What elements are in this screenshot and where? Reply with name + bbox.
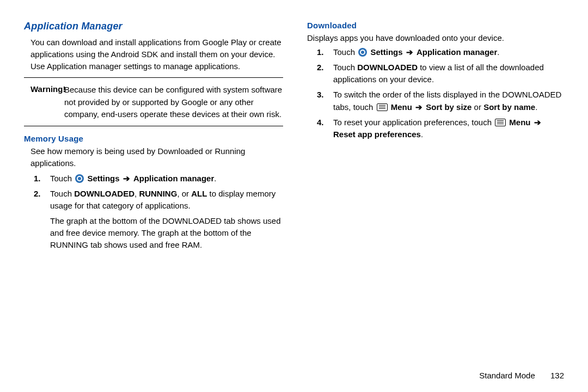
- heading-downloaded: Downloaded: [307, 21, 566, 30]
- sort-by-size: Sort by size: [426, 102, 471, 112]
- left-column: Application Manager You can download and…: [24, 21, 283, 252]
- warning-box: Warning! Because this device can be conf…: [24, 77, 283, 126]
- settings-icon: [358, 48, 367, 57]
- period: .: [497, 47, 499, 57]
- footer-page-number: 132: [550, 371, 564, 380]
- period: .: [535, 102, 537, 112]
- footer-mode: Standard Mode: [479, 371, 535, 380]
- app-manager-intro: You can download and install application…: [24, 36, 283, 72]
- downloaded-steps: Touch Settings ➔ Application manager. To…: [307, 46, 566, 140]
- step-text: Touch: [333, 47, 355, 57]
- right-column: Downloaded Displays apps you have downlo…: [307, 21, 566, 252]
- reset-app-prefs: Reset app preferences: [333, 130, 421, 139]
- downloaded-intro: Displays apps you have downloaded onto y…: [307, 32, 566, 44]
- menu-label: Menu: [391, 102, 412, 112]
- period: .: [421, 130, 423, 139]
- step2-pre: Touch: [333, 63, 357, 72]
- step2-downloaded: DOWNLOADED: [74, 189, 134, 198]
- memory-steps: Touch Settings ➔ Application manager. To…: [24, 173, 283, 212]
- step2-running: RUNNING: [139, 189, 177, 198]
- downloaded-step-2: Touch DOWNLOADED to view a list of all t…: [317, 62, 566, 85]
- settings-label: Settings: [87, 174, 119, 183]
- settings-icon: [75, 174, 84, 183]
- page-columns: Application Manager You can download and…: [0, 0, 588, 252]
- warning-label: Warning!: [30, 84, 65, 94]
- step-text: Touch: [50, 174, 72, 183]
- downloaded-step-3: To switch the order of the lists display…: [317, 89, 566, 113]
- arrow-icon: ➔: [534, 117, 541, 128]
- memory-step-1: Touch Settings ➔ Application manager.: [34, 173, 283, 185]
- menu-icon: [495, 119, 506, 126]
- graph-note: The graph at the bottom of the DOWNLOADE…: [24, 215, 283, 252]
- step4-pre: To reset your application preferences, t…: [333, 118, 494, 127]
- menu-icon: [377, 103, 388, 111]
- heading-memory-usage: Memory Usage: [24, 134, 283, 143]
- heading-application-manager: Application Manager: [24, 21, 283, 32]
- arrow-icon: ➔: [406, 46, 413, 58]
- page-footer: Standard Mode 132: [479, 371, 564, 380]
- step3-or: or: [471, 102, 483, 112]
- memory-step-2: Touch DOWNLOADED, RUNNING, or ALL to dis…: [34, 188, 283, 212]
- menu-label: Menu: [509, 118, 530, 127]
- downloaded-step-4: To reset your application preferences, t…: [317, 117, 566, 140]
- arrow-icon: ➔: [123, 173, 130, 185]
- sort-by-name: Sort by name: [483, 102, 535, 112]
- app-manager-label: Application manager: [133, 174, 214, 183]
- warning-body: Because this device can be configured wi…: [30, 84, 283, 120]
- step2-all: ALL: [191, 189, 207, 198]
- settings-label: Settings: [370, 47, 402, 57]
- memory-usage-intro: See how memory is being used by Download…: [24, 145, 283, 169]
- arrow-icon: ➔: [415, 101, 422, 113]
- app-manager-label: Application manager: [416, 47, 497, 57]
- downloaded-step-1: Touch Settings ➔ Application manager.: [317, 46, 566, 58]
- period: .: [214, 174, 216, 183]
- step2-c2: , or: [177, 189, 191, 198]
- step2-pre: Touch: [50, 189, 74, 198]
- step2-downloaded: DOWNLOADED: [357, 63, 418, 72]
